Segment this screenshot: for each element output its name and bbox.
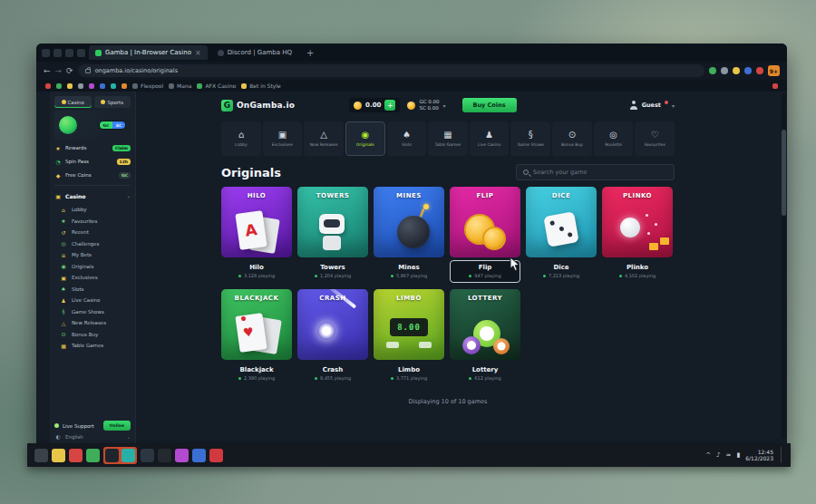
- bookmark-favicon[interactable]: [100, 83, 105, 89]
- extension-icon[interactable]: [744, 67, 752, 74]
- sidebar-item-new-releases[interactable]: △New Releases: [54, 317, 131, 329]
- tab-table-games[interactable]: ▦Table Games: [428, 121, 468, 156]
- taskbar-clock[interactable]: 12:45 6/12/2023: [745, 449, 773, 462]
- bookmark-favicon[interactable]: [45, 83, 51, 89]
- browser-tab-active[interactable]: Gamba | In-Browser Casino ×: [89, 45, 208, 60]
- sidebar-item-lobby[interactable]: ⌂Lobby: [54, 204, 131, 216]
- tab-favourites[interactable]: ♡Favourites: [635, 121, 675, 156]
- site-logo[interactable]: G OnGamba.io: [221, 100, 295, 111]
- user-menu[interactable]: Guest ▾: [629, 101, 675, 110]
- bookmark-favicon[interactable]: [56, 83, 62, 89]
- tab-bonus-buy[interactable]: ⊙Bonus Buy: [552, 121, 592, 156]
- game-card-hilo[interactable]: Hilo A Hilo3,128 playing: [221, 187, 292, 283]
- tray-expand-icon[interactable]: ^: [705, 451, 711, 459]
- sidebar-item-exclusives[interactable]: ▣Exclusives: [54, 272, 131, 284]
- currency-toggle[interactable]: GC SC: [99, 121, 126, 130]
- game-card-lottery[interactable]: Lottery Lottery612 playing: [450, 289, 520, 385]
- recorder-app-icon[interactable]: [209, 449, 223, 462]
- currency-selector[interactable]: GC 0.00 SC 0.00 ▾: [407, 100, 445, 111]
- battery-icon[interactable]: ▮: [736, 451, 740, 459]
- sidebar-item-originals[interactable]: ◉Originals: [54, 261, 131, 273]
- mail-app-icon[interactable]: [192, 449, 206, 462]
- extension-icon[interactable]: [756, 67, 763, 74]
- language-selector[interactable]: ◐ English ⌄: [54, 433, 131, 440]
- extension-badge[interactable]: 9+: [768, 65, 780, 76]
- sidebar-item-favourites[interactable]: ★Favourites: [54, 216, 131, 228]
- browser-tab[interactable]: Discord | Gamba HQ: [211, 45, 298, 60]
- pinned-tab-icon[interactable]: [42, 49, 50, 57]
- network-icon[interactable]: ≈: [726, 451, 732, 459]
- settings-app-icon[interactable]: [158, 449, 171, 462]
- bookmark-favicon[interactable]: [121, 83, 127, 89]
- game-card-dice[interactable]: Dice Dice7,213 playing: [526, 187, 597, 283]
- bookmark-favicon[interactable]: [67, 83, 73, 89]
- bookmark[interactable]: AFX Casino: [197, 82, 236, 89]
- support-online-button[interactable]: Online: [103, 421, 131, 431]
- game-card-crash[interactable]: Crash Crash8,455 playing: [297, 289, 368, 385]
- tab-roulette[interactable]: ◎Roulette: [594, 121, 634, 156]
- sidebar-item-challenges[interactable]: ◎Challenges: [54, 238, 131, 250]
- game-card-plinko[interactable]: Plinko Plinko4,102 playing: [602, 187, 673, 283]
- sidebar-tab-sports[interactable]: Sports: [94, 96, 131, 108]
- pinned-tab-icon[interactable]: [65, 49, 73, 57]
- volume-icon[interactable]: ♪: [716, 451, 720, 459]
- bookmark[interactable]: Flexpool: [132, 82, 163, 89]
- sidebar-item-slots[interactable]: ♠Slots: [54, 284, 131, 296]
- live-support-row[interactable]: Live Support Online: [54, 421, 131, 431]
- balance-pill[interactable]: 0.00 +: [349, 98, 400, 112]
- tab-close-icon[interactable]: ×: [195, 49, 201, 57]
- sidebar-item-spin-pass[interactable]: ◔ Spin Pass 12h: [54, 156, 131, 167]
- tab-slots[interactable]: ♠Slots: [387, 121, 427, 156]
- design-app-icon[interactable]: [175, 449, 189, 462]
- sidebar-item-table-games[interactable]: ▦Table Games: [54, 340, 131, 352]
- show-desktop-button[interactable]: [781, 447, 783, 463]
- game-card-limbo[interactable]: Limbo 8.00 Limbo3,771 playing: [374, 289, 444, 385]
- new-tab-button[interactable]: +: [302, 48, 318, 58]
- add-funds-button[interactable]: +: [384, 100, 395, 111]
- sidebar-tab-casino[interactable]: Casino: [54, 96, 92, 108]
- media-app-icon[interactable]: [69, 449, 83, 462]
- tab-lobby[interactable]: ⌂Lobby: [221, 121, 261, 156]
- back-icon[interactable]: ←: [44, 66, 51, 75]
- sidebar-item-bonus-buy[interactable]: ⊙Bonus Buy: [54, 329, 131, 341]
- reload-icon[interactable]: ⟳: [66, 66, 73, 75]
- sidebar-item-my-bets[interactable]: ≡My Bets: [54, 249, 131, 261]
- messenger-app-icon[interactable]: [86, 449, 100, 462]
- bookmark[interactable]: Bet in Style: [241, 82, 281, 89]
- buy-coins-button[interactable]: Buy Coins: [462, 98, 517, 112]
- address-bar[interactable]: ongamba.io/casino/originals: [78, 64, 704, 77]
- sidebar-item-live-casino[interactable]: ♟Live Casino: [54, 295, 131, 306]
- game-card-towers[interactable]: Towers Towers1,204 playing: [297, 187, 368, 283]
- app-launcher-icon[interactable]: [34, 449, 48, 462]
- sidebar-item-free-coins[interactable]: ◆ Free Coins GC: [54, 170, 131, 180]
- sidebar-group-casino[interactable]: ▣ Casino ⌄: [54, 190, 131, 201]
- bookmark-favicon[interactable]: [111, 83, 116, 89]
- game-card-blackjack[interactable]: Blackjack ♥ Blackjack2,390 playing: [221, 289, 292, 385]
- extension-icon[interactable]: [733, 67, 740, 74]
- tab-exclusives[interactable]: ▣Exclusives: [263, 121, 303, 156]
- sidebar-item-recent[interactable]: ↺Recent: [54, 227, 131, 238]
- game-search[interactable]: [516, 164, 675, 180]
- extension-icon[interactable]: [721, 67, 728, 74]
- pinned-tab-icon[interactable]: [77, 49, 85, 57]
- game-card-mines[interactable]: Mines Mines5,867 playing: [374, 187, 444, 283]
- files-app-icon[interactable]: [52, 449, 65, 462]
- bookmark-favicon[interactable]: [78, 83, 83, 89]
- search-input[interactable]: [533, 169, 667, 176]
- bookmark-favicon[interactable]: [772, 83, 778, 89]
- notes-app-icon[interactable]: [121, 449, 135, 462]
- sidebar-item-rewards[interactable]: ★ Rewards Claim: [54, 142, 131, 153]
- tab-game-shows[interactable]: §Game Shows: [510, 121, 550, 156]
- pinned-tab-icon[interactable]: [53, 49, 62, 57]
- sidebar-item-game-shows[interactable]: §Game Shows: [54, 306, 131, 318]
- bookmark-favicon[interactable]: [89, 83, 94, 89]
- tab-live-casino[interactable]: ♟Live Casino: [470, 121, 510, 156]
- bookmark[interactable]: Mana: [169, 82, 191, 89]
- forward-icon[interactable]: →: [55, 66, 63, 75]
- terminal-app-icon[interactable]: [141, 449, 154, 462]
- tab-new-releases[interactable]: △New Releases: [304, 121, 344, 156]
- page-scrollbar[interactable]: [782, 93, 786, 438]
- extension-icon[interactable]: [709, 67, 716, 74]
- browser-app-icon[interactable]: [105, 449, 119, 462]
- tab-originals[interactable]: ◉Originals: [345, 121, 385, 156]
